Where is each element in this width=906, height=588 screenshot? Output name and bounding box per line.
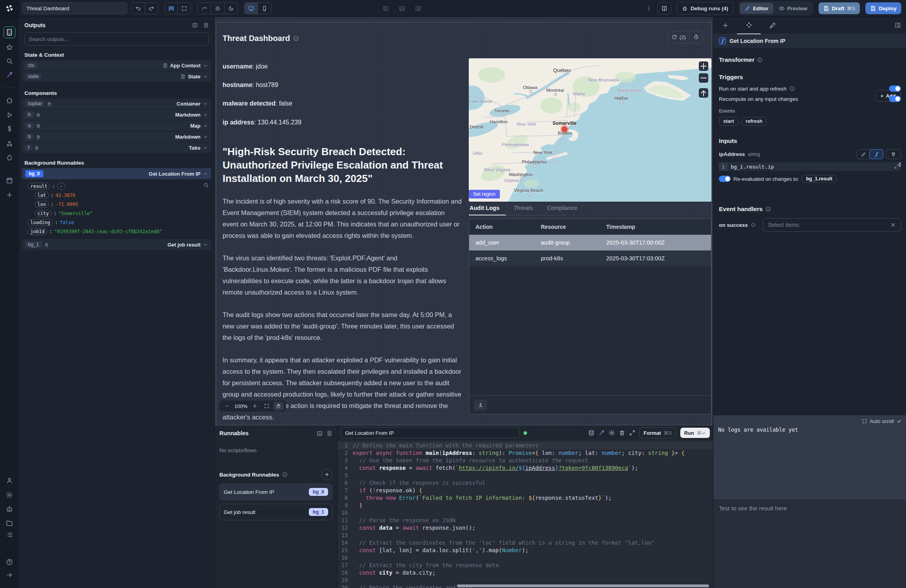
rail-star-icon[interactable] [6, 44, 13, 51]
download-table-button[interactable] [474, 399, 487, 410]
run-button[interactable]: Run⌘↵ [680, 428, 710, 438]
rail-help-icon[interactable] [6, 558, 13, 566]
bg0-runnable-row[interactable]: bg_0 Get Location From IP [22, 168, 211, 179]
json-row-jobId[interactable]: jobId:"0199390f-2843-ceac-dc03-cf8b242a1… [28, 227, 208, 236]
mobile-view-button[interactable] [258, 3, 271, 14]
rail-arrow-right-icon[interactable] [6, 571, 13, 579]
rail-app-builder-icon[interactable] [4, 26, 15, 38]
check-icon[interactable] [897, 419, 902, 424]
component-row-h[interactable]: hMarkdown [22, 109, 211, 120]
ai-wand-icon[interactable] [598, 430, 605, 436]
state-row-state[interactable]: stateState [22, 71, 211, 82]
state-row-ctx[interactable]: ctxApp Context [22, 60, 211, 70]
json-row-loading[interactable]: loading:false [28, 218, 208, 227]
connect-input-button[interactable] [886, 149, 901, 159]
deploy-button[interactable]: Deploy [865, 2, 901, 14]
table-row[interactable]: add_useraudit-group2025-03-30T17:00:00Z [469, 235, 711, 250]
recompute-toggle[interactable] [889, 96, 901, 102]
zoom-out-button[interactable] [222, 402, 232, 410]
script-name-input[interactable]: Get Location From IP [341, 427, 520, 438]
map-fit-button[interactable] [699, 88, 708, 98]
column-header-timestamp[interactable]: Timestamp [600, 224, 691, 230]
rail-user-icon[interactable] [6, 477, 13, 484]
app-logo[interactable] [0, 0, 19, 17]
chevron-down-icon[interactable] [203, 242, 208, 247]
rail-play-icon[interactable] [6, 111, 13, 119]
map-zoom-in-button[interactable] [699, 61, 708, 71]
rail-magic-wand-icon[interactable] [6, 71, 13, 78]
rail-home-icon[interactable] [6, 97, 13, 104]
reeval-toggle[interactable] [719, 176, 731, 182]
redo-button[interactable] [145, 3, 158, 14]
rail-apps-icon[interactable] [6, 140, 13, 147]
doc-icon[interactable] [203, 22, 209, 28]
component-row-topbar[interactable]: topbarContainer [22, 98, 211, 109]
bg1-runnable-row[interactable]: bg_1 Get job result [22, 239, 211, 250]
runnable-item-bg_1[interactable]: Get job resultbg_1 [219, 504, 332, 520]
column-header-action[interactable]: Action [469, 224, 535, 230]
auto-theme-button[interactable] [198, 3, 211, 14]
json-row-lon[interactable]: lon:-71.0995 [35, 200, 208, 209]
collapse-panel-icon[interactable] [192, 22, 198, 28]
app-title-input[interactable]: Threat Dashboard [22, 2, 127, 14]
rail-list-icon[interactable] [6, 531, 13, 538]
rail-droplet-icon[interactable] [6, 154, 13, 161]
table-row[interactable]: access_logsprod-k8s2025-03-30T17:03:00Z [469, 250, 711, 266]
settings-tab[interactable] [737, 17, 761, 34]
zoom-in-button[interactable] [250, 402, 260, 410]
editor-tab[interactable]: Editor [740, 3, 773, 14]
debug-runs-button[interactable]: Debug runs (4) [677, 2, 733, 15]
preview-tab[interactable]: Preview [774, 3, 812, 14]
dark-theme-button[interactable] [225, 3, 238, 14]
rail-dollar-icon[interactable] [6, 125, 13, 132]
rail-calendar-icon[interactable] [6, 177, 13, 184]
close-icon[interactable] [890, 222, 896, 228]
json-row-lat[interactable]: lat:42.3876 [35, 191, 208, 200]
tab-threats[interactable]: Threats [513, 202, 539, 215]
map-location-marker[interactable] [562, 126, 567, 132]
rail-folder-icon[interactable] [6, 519, 13, 527]
runnable-item-bg_0[interactable]: Get Location From IPbg_0 [219, 484, 332, 500]
app-canvas[interactable]: Threat Dashboard (2) username: jdoehostn… [215, 17, 713, 425]
code-content[interactable]: 1// Define the main function with the re… [338, 440, 713, 588]
settings-gear-icon[interactable] [609, 430, 615, 436]
component-bounds-button[interactable]: |0| [165, 3, 178, 14]
history-button[interactable] [690, 31, 702, 43]
database-icon[interactable] [588, 430, 594, 436]
event-badge-refresh[interactable]: refresh [741, 117, 767, 126]
map-component[interactable]: QuébecOttawaMontréalNew BrunswickMaineNo… [469, 58, 711, 202]
expand-logs-icon[interactable] [862, 419, 867, 424]
format-button[interactable]: Format⌘S [639, 427, 676, 438]
more-menu-icon[interactable] [646, 6, 652, 11]
collapse-bottom-icon[interactable] [317, 430, 323, 436]
column-header-resource[interactable]: Resource [535, 224, 600, 230]
fullscreen-button[interactable] [178, 3, 191, 14]
component-row-f[interactable]: fTabs [22, 143, 211, 153]
on-success-select[interactable]: Select items [763, 218, 901, 232]
rail-search-icon[interactable] [6, 58, 13, 65]
pan-mode-button[interactable] [273, 402, 284, 410]
search-outputs-input[interactable]: Search outputs... [24, 32, 209, 46]
delete-icon[interactable] [619, 430, 625, 436]
expand-editor-icon[interactable] [629, 430, 635, 436]
styling-tab[interactable] [761, 17, 784, 34]
reeval-target-pill[interactable]: bg_1.result [802, 175, 837, 183]
json-row-city[interactable]: city:"Somerville" [35, 209, 208, 218]
chevron-up-icon[interactable] [203, 171, 208, 176]
doc-icon[interactable] [327, 430, 332, 436]
light-theme-button[interactable] [211, 3, 225, 14]
add-runnable-button[interactable]: + [321, 469, 332, 480]
toggle-right-panel-icon[interactable] [415, 6, 421, 11]
toggle-left-panel-icon[interactable] [383, 6, 389, 11]
fit-view-button[interactable] [262, 402, 272, 410]
expression-editor[interactable]: 1 bg_1.result.ip [719, 162, 901, 171]
rail-plus-icon[interactable] [6, 191, 13, 198]
map-zoom-out-button[interactable] [699, 73, 708, 83]
component-row-a[interactable]: aMap [22, 121, 211, 131]
tab-audit-logs[interactable]: Audit Logs [469, 202, 506, 215]
static-mode-button[interactable] [857, 150, 870, 159]
collapse-right-panel-icon[interactable] [895, 22, 901, 28]
draft-button[interactable]: Draft⌘S [819, 2, 860, 14]
insert-tab[interactable] [713, 17, 737, 34]
json-row-result[interactable]: result:- [28, 182, 208, 191]
